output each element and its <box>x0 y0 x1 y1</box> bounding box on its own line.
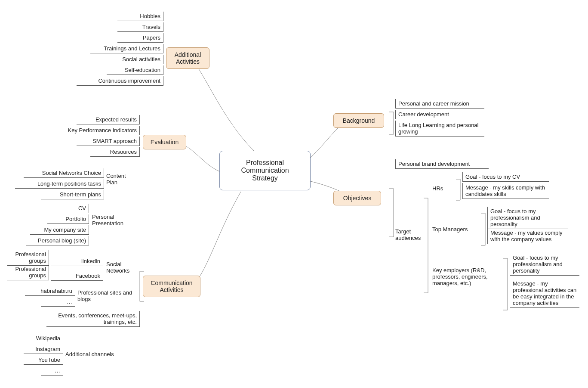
leaf-social[interactable]: Social activities <box>107 55 163 64</box>
leaf-blog[interactable]: Personal blog (site) <box>26 236 89 245</box>
leaf-shortterm[interactable]: Short-term plans <box>41 190 104 199</box>
branch-objectives[interactable]: Objectives <box>333 191 381 205</box>
leaf-social-choice[interactable]: Social Networks Choice <box>24 168 104 178</box>
leaf-dots2[interactable]: … <box>41 366 63 376</box>
branch-additional-activities[interactable]: Additional Activities <box>166 47 209 69</box>
sub-content-plan[interactable]: Content Plan <box>106 173 136 186</box>
sub-social-networks[interactable]: Social Networks <box>106 261 136 274</box>
leaf-facebook-group[interactable]: Professional groups <box>7 264 49 280</box>
branch-label: Objectives <box>343 195 371 202</box>
leaf-expected[interactable]: Expected results <box>77 115 140 124</box>
leaf-events[interactable]: Events, conferences, meet-ups, trainings… <box>46 311 140 327</box>
leaf-brand[interactable]: Personal brand development <box>395 159 489 169</box>
leaf-key-goal[interactable]: Goal - focus to my professionalism and p… <box>510 253 579 276</box>
sub-key[interactable]: Key employers (R&D, professors, engineer… <box>432 267 499 286</box>
leaf-selfedu[interactable]: Self-education <box>107 65 163 75</box>
leaf-longterm[interactable]: Long-term positions tasks <box>15 179 104 189</box>
leaf-hrs-goal[interactable]: Goal - focus to my CV <box>462 172 549 182</box>
leaf-dots1[interactable]: … <box>41 297 75 307</box>
root-node[interactable]: Professional Communication Strategy <box>219 151 311 190</box>
sub-prof-sites[interactable]: Professional sites and blogs <box>77 289 133 302</box>
leaf-cv[interactable]: CV <box>60 204 89 213</box>
sub-target-audiences[interactable]: Target audiences <box>395 228 430 241</box>
leaf-kpi[interactable]: Key Performance Indicators <box>48 126 140 135</box>
branch-background[interactable]: Background <box>333 113 384 128</box>
leaf-trainings[interactable]: Trainings and Lectures <box>90 44 163 53</box>
leaf-instagram[interactable]: Instagram <box>24 345 63 354</box>
leaf-travels[interactable]: Travels <box>117 22 163 32</box>
sub-top[interactable]: Top Managers <box>432 226 468 233</box>
branch-label: Background <box>343 117 375 124</box>
leaf-wikipedia[interactable]: Wikipedia <box>24 334 63 343</box>
leaf-mission[interactable]: Personal and career mission <box>395 99 484 109</box>
mindmap-canvas: { "root": "Professional Communication St… <box>0 0 588 388</box>
branch-communication-activities[interactable]: Communication Activities <box>143 276 200 297</box>
leaf-top-msg[interactable]: Message - my values comply with the comp… <box>487 228 568 244</box>
leaf-key-msg[interactable]: Message - my professional activities can… <box>510 279 579 308</box>
sub-personal-presentation[interactable]: Personal Presentation <box>92 214 133 227</box>
leaf-linkedin-group[interactable]: Professional groups <box>7 250 49 266</box>
branch-label: Communication Activities <box>151 279 192 293</box>
leaf-continuous[interactable]: Continuous improvement <box>77 76 163 86</box>
root-label: Professional Communication Strategy <box>241 159 289 182</box>
leaf-lifelong[interactable]: Life Long Learning and personal growing <box>395 121 484 137</box>
branch-evaluation[interactable]: Evaluation <box>143 135 186 149</box>
sub-extra-channels[interactable]: Additional channels <box>65 351 123 357</box>
leaf-facebook[interactable]: Facebook <box>51 271 103 281</box>
leaf-portfolio[interactable]: Portfolio <box>47 214 89 224</box>
branch-label: Evaluation <box>151 139 179 146</box>
sub-hrs[interactable]: HRs <box>432 185 443 192</box>
leaf-youtube[interactable]: YouTube <box>24 355 63 365</box>
leaf-career-dev[interactable]: Career development <box>395 110 484 119</box>
leaf-hrs-msg[interactable]: Message - my skills comply with candidat… <box>462 183 549 199</box>
branch-label: Additional Activities <box>175 51 201 65</box>
leaf-hobbies[interactable]: Hobbies <box>117 12 163 21</box>
leaf-resources[interactable]: Resources <box>90 147 140 157</box>
leaf-habr[interactable]: habrahabr.ru <box>25 286 75 296</box>
leaf-top-goal[interactable]: Goal - focus to my professionalism and p… <box>487 207 568 229</box>
leaf-smart[interactable]: SMART approach <box>77 137 140 146</box>
leaf-linkedin[interactable]: linkedin <box>51 257 103 266</box>
leaf-companysite[interactable]: My company site <box>30 225 89 235</box>
leaf-papers[interactable]: Papers <box>117 33 163 43</box>
